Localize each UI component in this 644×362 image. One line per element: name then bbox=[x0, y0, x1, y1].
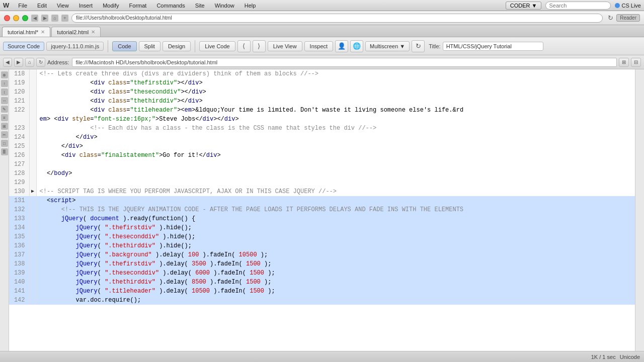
menu-commands[interactable]: Commands bbox=[153, 2, 188, 9]
live-code-button[interactable]: Live Code bbox=[199, 41, 235, 51]
live-view-button[interactable]: Live View bbox=[268, 41, 302, 51]
code-button[interactable]: Code bbox=[112, 41, 136, 51]
table-row: 137 jQuery( ".background" ).delay( 100 )… bbox=[9, 250, 635, 259]
menu-insert[interactable]: Insert bbox=[76, 2, 96, 9]
code-line[interactable]: jQuery( document ).ready(function() { bbox=[36, 214, 635, 223]
code-line[interactable]: <div class="theseconddiv"></div> bbox=[36, 87, 635, 97]
gutter-icon-5[interactable]: ✎ bbox=[1, 106, 8, 113]
tab-close-icon[interactable]: ✕ bbox=[41, 29, 45, 35]
code-line[interactable]: <!-- Each div has a class - the class is… bbox=[36, 124, 635, 133]
right-gutter bbox=[635, 69, 644, 351]
gutter-icon-1[interactable]: ⊕ bbox=[1, 71, 8, 78]
code-line[interactable] bbox=[36, 160, 635, 169]
back-button[interactable]: ◀ bbox=[31, 15, 38, 22]
code-line[interactable]: <div class="thethirddiv"></div> bbox=[36, 97, 635, 106]
addr-reload-button[interactable]: ↻ bbox=[36, 58, 45, 67]
refresh-button[interactable]: ↻ bbox=[608, 14, 613, 22]
status-bar: 1K / 1 sec Unicode bbox=[0, 351, 644, 362]
addr-back-button[interactable]: ◀ bbox=[3, 58, 12, 67]
gutter-icon-9[interactable]: □ bbox=[1, 140, 8, 147]
addr-forward-button[interactable]: ▶ bbox=[14, 58, 23, 67]
line-number: 123 bbox=[9, 124, 29, 133]
code-line[interactable]: <div class="finalstatement">Go for it!</… bbox=[36, 151, 635, 160]
multiscreen-button[interactable]: Multiscreen ▼ bbox=[365, 41, 410, 51]
menu-help[interactable]: Help bbox=[242, 2, 259, 9]
refresh-icon[interactable]: ↻ bbox=[412, 40, 425, 52]
table-row: 118 <!-- Lets create three divs (divs ar… bbox=[9, 69, 635, 78]
code-line[interactable]: <!-- Lets create three divs (divs are di… bbox=[36, 69, 635, 78]
forward-button[interactable]: ▶ bbox=[41, 15, 48, 22]
tab-tutorial-html[interactable]: tutorial.html* ✕ bbox=[2, 27, 50, 37]
addr-home-button[interactable]: ⌂ bbox=[25, 58, 34, 67]
gutter-icon-2[interactable]: ↑ bbox=[1, 80, 8, 87]
addr-extra-button[interactable]: ⊞ bbox=[619, 58, 629, 67]
line-arrow bbox=[29, 268, 36, 278]
design-button[interactable]: Design bbox=[163, 41, 191, 51]
search-input[interactable] bbox=[545, 2, 611, 10]
code-line[interactable]: <script> bbox=[36, 196, 635, 205]
code-line[interactable]: jQuery( ".thethirddiv" ).hide(); bbox=[36, 241, 635, 250]
menu-edit[interactable]: Edit bbox=[34, 2, 50, 9]
code-line[interactable]: jQuery( ".thethirddiv" ).delay( 8500 ).f… bbox=[36, 278, 635, 287]
title-input[interactable] bbox=[443, 42, 543, 51]
code-line[interactable]: jQuery( ".theseconddiv" ).delay( 6000 ).… bbox=[36, 268, 635, 278]
window-minimize-button[interactable] bbox=[13, 15, 19, 21]
globe-icon[interactable]: 🌐 bbox=[350, 40, 363, 52]
code-line[interactable]: em> <div style="font-size:16px;">Steve J… bbox=[36, 115, 635, 124]
line-arrow bbox=[29, 160, 36, 169]
menu-site[interactable]: Site bbox=[192, 2, 208, 9]
addr-grid-button[interactable]: ⊟ bbox=[631, 58, 641, 67]
code-line[interactable] bbox=[36, 178, 635, 187]
menu-modify[interactable]: Modify bbox=[100, 2, 122, 9]
code-line[interactable]: jQuery( ".thefirstdiv" ).delay( 3500 ).f… bbox=[36, 259, 635, 268]
gutter-icon-3[interactable]: ↕ bbox=[1, 88, 8, 96]
code-line[interactable]: var.doc.require(); bbox=[36, 296, 635, 305]
gutter-icon-8[interactable]: ✂ bbox=[1, 131, 8, 138]
inspect-button[interactable]: Inspect bbox=[304, 41, 333, 51]
address-input[interactable] bbox=[72, 58, 617, 67]
reader-button[interactable]: Reader bbox=[616, 14, 640, 22]
file-tab[interactable]: jquery-1.11.0.min.js bbox=[46, 42, 104, 51]
line-arrow bbox=[29, 296, 36, 305]
tab-close-icon[interactable]: ✕ bbox=[91, 29, 95, 35]
cs-live-button[interactable]: CS Live bbox=[615, 3, 641, 9]
menu-window[interactable]: Window bbox=[212, 2, 237, 9]
code-line[interactable]: </div> bbox=[36, 142, 635, 151]
menu-file[interactable]: File bbox=[15, 2, 30, 9]
code-line[interactable]: jQuery( ".theseconddiv" ).hide(); bbox=[36, 232, 635, 241]
code-line[interactable]: <div class="thefirstdiv"></div> bbox=[36, 78, 635, 87]
code-editor[interactable]: 118 <!-- Lets create three divs (divs ar… bbox=[9, 69, 635, 351]
tab-tutorial2-html[interactable]: tutorial2.html ✕ bbox=[51, 27, 101, 37]
table-row: 121 <div class="thethirddiv"></div> bbox=[9, 97, 635, 106]
line-number: 138 bbox=[9, 259, 29, 268]
coder-menu[interactable]: CODER ▼ bbox=[506, 2, 542, 10]
code-line[interactable]: jQuery( ".background" ).delay( 100 ).fad… bbox=[36, 250, 635, 259]
gutter-icon-6[interactable]: ≡ bbox=[1, 114, 8, 121]
code-line[interactable]: <!-- THIS IS THE JQUERY ANIMATION CODE -… bbox=[36, 205, 635, 214]
line-number: 142 bbox=[9, 296, 29, 305]
gutter-icon-7[interactable]: ⊞ bbox=[1, 123, 8, 130]
line-number bbox=[9, 115, 29, 124]
code-line[interactable]: <!-- SCRIPT TAG IS WHERE YOU PERFORM JAV… bbox=[36, 187, 635, 196]
line-number: 141 bbox=[9, 287, 29, 296]
home-button[interactable]: ⌂ bbox=[51, 15, 58, 22]
code-line[interactable]: </div> bbox=[36, 133, 635, 142]
code-line[interactable]: jQuery( ".titleheader" ).delay( 10500 ).… bbox=[36, 287, 635, 296]
window-close-button[interactable] bbox=[4, 15, 10, 21]
code-line[interactable]: <div class="titleheader"><em>&ldquo;Your… bbox=[36, 106, 635, 115]
menu-format[interactable]: Format bbox=[126, 2, 150, 9]
app-logo: W bbox=[3, 2, 9, 9]
gutter-icon-10[interactable]: ≣ bbox=[1, 148, 8, 155]
gutter-icon-4[interactable]: ↔ bbox=[1, 97, 8, 104]
line-arrow bbox=[29, 169, 36, 178]
split-button[interactable]: Split bbox=[139, 41, 160, 51]
source-code-button[interactable]: Source Code bbox=[3, 42, 44, 51]
code-line[interactable]: </body> bbox=[36, 169, 635, 178]
window-maximize-button[interactable] bbox=[22, 15, 28, 21]
right-arrow-icon[interactable]: ⟩ bbox=[253, 40, 266, 52]
left-arrow-icon[interactable]: ⟨ bbox=[237, 40, 251, 52]
new-tab-button[interactable]: + bbox=[61, 15, 68, 22]
menu-view[interactable]: View bbox=[54, 2, 72, 9]
person-icon[interactable]: 👤 bbox=[335, 40, 348, 52]
code-line[interactable]: jQuery( ".thefirstdiv" ).hide(); bbox=[36, 223, 635, 232]
